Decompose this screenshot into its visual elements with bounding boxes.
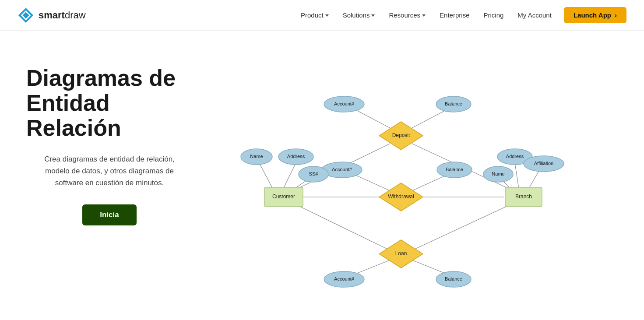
nav-enterprise[interactable]: Enterprise: [433, 8, 475, 22]
customer-name-label: Name: [250, 154, 263, 159]
customer-label: Customer: [272, 193, 295, 200]
withdrawal-label: Withdrawal: [388, 193, 414, 200]
er-diagram: Deposit Withdrawal Loan Customer Branch …: [193, 57, 618, 306]
withdrawal-account-label: Account#: [332, 167, 352, 172]
nav-pricing[interactable]: Pricing: [477, 8, 510, 22]
nav-solutions[interactable]: Solutions: [337, 8, 381, 22]
arrow-icon: ›: [615, 11, 617, 19]
chevron-down-icon: [325, 14, 329, 17]
diagram-svg: Deposit Withdrawal Loan Customer Branch …: [226, 57, 585, 306]
line-customer-loan: [294, 204, 390, 250]
loan-balance-label: Balance: [445, 276, 462, 281]
deposit-label: Deposit: [392, 132, 410, 138]
customer-address-label: Address: [287, 154, 305, 159]
main-nav: Product Solutions Resources Enterprise P…: [295, 7, 626, 23]
logo-text: smartdraw: [39, 10, 86, 21]
line-branch-loan: [412, 204, 513, 250]
hero-description: Crea diagramas de entidad de relación, m…: [39, 153, 179, 189]
deposit-balance-label: Balance: [445, 101, 462, 106]
header: smartdraw Product Solutions Resources En…: [0, 0, 644, 31]
loan-label: Loan: [395, 250, 407, 257]
withdrawal-balance-label: Balance: [446, 167, 463, 172]
launch-app-button[interactable]: Launch App ›: [564, 7, 626, 23]
hero-title: Diagramas de Entidad Relación: [26, 66, 193, 141]
nav-my-account[interactable]: My Account: [511, 8, 558, 22]
loan-account-label: Account#: [334, 276, 355, 281]
customer-ss-label: SS#: [309, 171, 318, 176]
hero-section: Diagramas de Entidad Relación Crea diagr…: [26, 57, 193, 225]
chevron-down-icon: [422, 14, 426, 17]
logo[interactable]: smartdraw: [18, 7, 86, 24]
deposit-account-label: Account#: [334, 101, 355, 106]
nav-resources[interactable]: Resources: [383, 8, 432, 22]
nav-product[interactable]: Product: [295, 8, 335, 22]
branch-affiliation-label: Affiliation: [534, 161, 553, 166]
inicia-button[interactable]: Inicia: [82, 204, 136, 225]
line-customer-name: [259, 162, 274, 191]
branch-address-label: Address: [506, 154, 524, 159]
branch-name-label: Name: [492, 171, 504, 176]
logo-icon: [18, 7, 34, 24]
chevron-down-icon: [371, 14, 375, 17]
branch-label: Branch: [515, 193, 531, 200]
main-content: Diagramas de Entidad Relación Crea diagr…: [0, 31, 644, 320]
line-withdrawal-account: [351, 173, 392, 192]
